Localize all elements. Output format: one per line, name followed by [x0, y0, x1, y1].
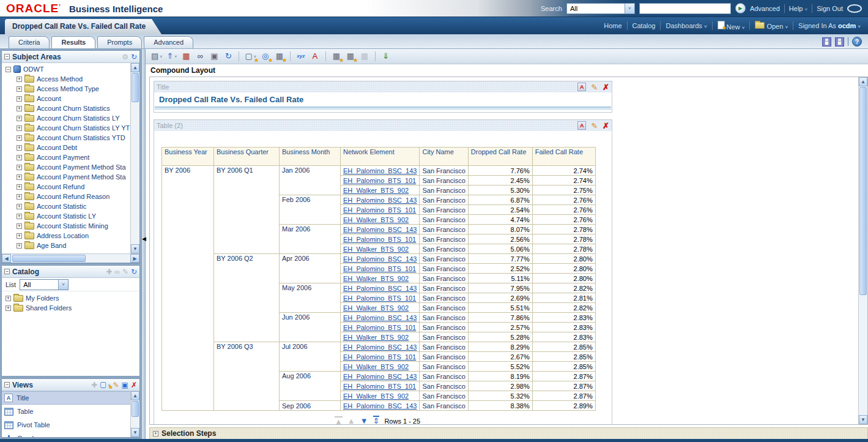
report-tab[interactable]: Dropped Call Rate Vs. Failed Call Rate: [5, 19, 161, 34]
column-header[interactable]: Failed Call Rate: [532, 148, 595, 166]
dashboards-menu[interactable]: Dashboards: [666, 22, 707, 29]
collapse-icon[interactable]: −: [4, 269, 10, 274]
expand-icon[interactable]: +: [17, 223, 22, 229]
network-element-link[interactable]: EH_Palomino_BTS_101: [343, 177, 416, 184]
scrollbar-thumb[interactable]: [859, 87, 867, 295]
views-list-item[interactable]: Graph: [2, 432, 130, 437]
collapse-icon[interactable]: −: [4, 54, 10, 59]
network-element-link[interactable]: EH_Walker_BTS_902: [343, 216, 409, 223]
expand-icon[interactable]: +: [17, 233, 22, 239]
network-element-link[interactable]: EH_Palomino_BTS_101: [343, 206, 416, 214]
vertical-scrollbar[interactable]: ▲ ▼: [130, 63, 139, 253]
sort-button[interactable]: ⇓: [380, 51, 391, 62]
catalog-link[interactable]: Catalog: [632, 22, 656, 29]
expand-icon[interactable]: +: [17, 155, 22, 160]
column-header[interactable]: Business Month: [280, 148, 341, 166]
tree-item-folder[interactable]: +Account Refund: [2, 182, 130, 192]
new-view-icon[interactable]: ▢★˅: [100, 381, 110, 389]
catalog-folder-item[interactable]: +Shared Folders: [2, 303, 139, 313]
scroll-up-icon[interactable]: ▲: [859, 77, 867, 86]
expand-icon[interactable]: +: [17, 214, 22, 219]
tree-item-folder[interactable]: +Account Payment Method Sta: [2, 172, 130, 182]
network-element-link[interactable]: EH_Palomino_BSC_143: [343, 167, 417, 174]
duplicate-view-icon[interactable]: ▣: [122, 381, 128, 389]
tree-item-folder[interactable]: +Age Band: [2, 241, 130, 250]
scroll-up-icon[interactable]: ▲: [131, 391, 139, 400]
refresh-icon[interactable]: ↻: [131, 268, 137, 275]
expand-icon[interactable]: +: [17, 184, 22, 190]
tree-item-folder[interactable]: +Account Churn Statistics LY YT: [2, 123, 130, 133]
selection-steps-bar[interactable]: + Selection Steps: [149, 427, 868, 439]
catalog-folder-item[interactable]: +My Folders: [2, 293, 139, 303]
scroll-right-icon[interactable]: ▶: [130, 254, 139, 263]
dashboards-label[interactable]: Dashboards: [666, 22, 702, 29]
tab-advanced[interactable]: Advanced: [144, 36, 193, 48]
vertical-scrollbar[interactable]: ▲ ▼: [858, 77, 867, 424]
new-menu[interactable]: ★ New: [718, 21, 745, 31]
export-button[interactable]: ⇑˅: [166, 51, 177, 62]
save-as-icon[interactable]: [835, 37, 844, 47]
column-header[interactable]: Business Quarter: [214, 148, 280, 166]
expand-icon[interactable]: +: [6, 305, 11, 311]
tree-item-folder[interactable]: +Address Location: [2, 231, 130, 241]
format-container-icon[interactable]: A: [577, 83, 586, 91]
tree-item-folder[interactable]: +Account Debt: [2, 143, 130, 152]
network-element-link[interactable]: EH_Palomino_BTS_101: [343, 236, 416, 243]
all-rows-icon[interactable]: ⇕: [373, 416, 380, 424]
expand-icon[interactable]: +: [17, 116, 22, 121]
tree-item-folder[interactable]: +Account Payment Method Sta: [2, 162, 130, 172]
tree-item-folder[interactable]: +Account Churn Statistics LY: [2, 113, 130, 123]
tree-item-folder[interactable]: +Access Method Type: [2, 84, 130, 94]
format-container-icon[interactable]: A: [577, 121, 586, 130]
expand-icon[interactable]: +: [6, 296, 11, 301]
search-scope-select[interactable]: All: [566, 3, 635, 14]
signed-in-as[interactable]: Signed In As ocdm: [798, 22, 861, 29]
scrollbar-thumb[interactable]: [132, 401, 139, 417]
copy-button[interactable]: ▣: [209, 51, 220, 62]
scroll-up-icon[interactable]: ▲: [131, 63, 139, 72]
network-element-link[interactable]: EH_Palomino_BTS_101: [343, 353, 416, 361]
scrollbar-thumb[interactable]: [132, 73, 139, 102]
expand-icon[interactable]: +: [17, 125, 22, 131]
expand-icon[interactable]: +: [17, 145, 22, 151]
network-element-link[interactable]: EH_Palomino_BTS_101: [343, 294, 416, 302]
sidebar-splitter[interactable]: ◀: [141, 49, 146, 439]
open-label[interactable]: Open: [766, 23, 783, 30]
network-element-link[interactable]: EH_Walker_BTS_902: [343, 245, 409, 253]
format-container-button[interactable]: A: [310, 51, 321, 62]
expand-icon[interactable]: +: [17, 194, 22, 200]
network-element-link[interactable]: EH_Palomino_BTS_101: [343, 383, 416, 390]
scroll-down-icon[interactable]: ▼: [131, 428, 139, 437]
expand-icon[interactable]: +: [17, 77, 22, 82]
network-element-link[interactable]: EH_Walker_BTS_902: [343, 334, 409, 341]
new-group-button[interactable]: ◎★: [260, 51, 271, 62]
print-button[interactable]: ▤˅: [150, 51, 163, 62]
tree-item-folder[interactable]: +Account Statistic: [2, 201, 130, 211]
delete-view-icon[interactable]: ✗: [603, 83, 609, 92]
network-element-link[interactable]: EH_Palomino_BSC_143: [343, 373, 417, 380]
network-element-link[interactable]: EH_Palomino_BSC_143: [343, 197, 417, 204]
views-list-item[interactable]: Pivot Table: [2, 418, 130, 432]
expand-icon[interactable]: +: [17, 174, 22, 180]
new-calculated-item-button[interactable]: ▦★: [274, 51, 285, 62]
save-icon[interactable]: [822, 37, 831, 47]
refresh-icon[interactable]: ↻: [131, 53, 137, 61]
expand-icon[interactable]: +: [17, 243, 22, 249]
tab-prompts[interactable]: Prompts: [97, 36, 142, 48]
network-element-link[interactable]: EH_Palomino_BSC_143: [343, 285, 417, 292]
expand-icon[interactable]: +: [153, 431, 158, 436]
tree-item-folder[interactable]: +Account: [2, 94, 130, 103]
edit-view-icon[interactable]: ✎: [591, 83, 598, 92]
network-element-link[interactable]: EH_Palomino_BSC_143: [343, 343, 417, 351]
scrollbar-thumb[interactable]: [12, 255, 86, 262]
new-linked-view-button[interactable]: ▦★: [345, 51, 356, 62]
tree-item-folder[interactable]: +Account Statistic LY: [2, 211, 130, 221]
edit-view-icon[interactable]: ✎: [591, 121, 598, 130]
sign-out-link[interactable]: Sign Out: [817, 5, 843, 12]
network-element-link[interactable]: EH_Walker_BTS_902: [343, 304, 409, 312]
tree-item-folder[interactable]: +Account Churn Statistics YTD: [2, 133, 130, 143]
network-element-link[interactable]: EH_Palomino_BSC_143: [343, 402, 417, 410]
network-element-link[interactable]: EH_Palomino_BSC_143: [343, 255, 417, 263]
preview-button[interactable]: ∞: [195, 51, 206, 62]
new-label[interactable]: New: [727, 23, 740, 31]
